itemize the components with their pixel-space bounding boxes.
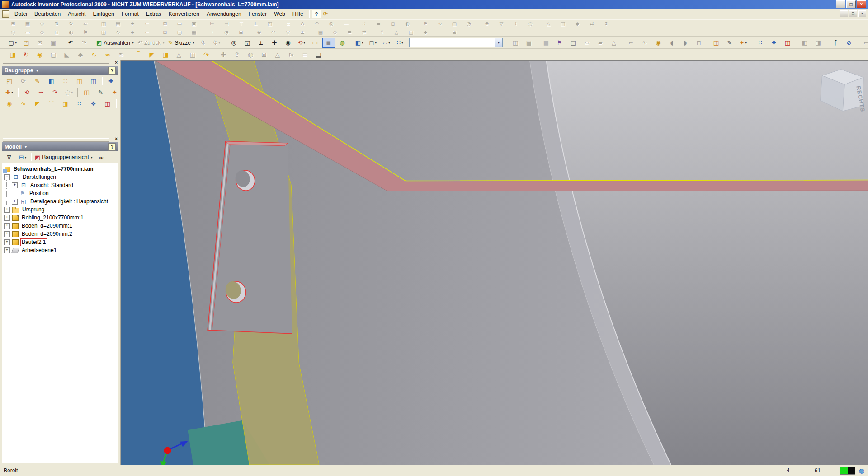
circ-pattern-assembly-button[interactable]: ❖ [87,98,100,109]
r1-t31-button[interactable]: ◔ [462,20,476,28]
r1-t11-button[interactable]: ⊠ [158,20,172,28]
sweep-assembly-button[interactable]: ∿ [17,98,30,109]
r2-t03-button[interactable]: ◇ [35,28,49,36]
corner-tool-button[interactable]: ⌐ [625,38,637,48]
split-button[interactable]: ◫ [186,50,199,60]
r1-t12-button[interactable]: ▭ [173,20,186,28]
frame-tool-button[interactable]: □ [567,38,580,48]
r2-t27-button[interactable]: □ [404,28,418,36]
menu-item-extras[interactable]: Extras [142,9,165,19]
hole-tool-button[interactable]: ◉ [652,38,665,48]
combine-button[interactable]: ◍ [244,50,257,60]
minimize-button[interactable]: – [836,0,845,8]
copy-components-button[interactable]: ◫ [87,76,100,86]
work-axis-star-button[interactable]: ✦ [108,87,121,98]
ground-shadow-button[interactable]: ◍ [336,38,349,48]
r1-t30-button[interactable]: ▢ [448,20,461,28]
pattern-component-button[interactable]: ∷ [59,76,72,86]
send-mail-button[interactable]: ✉ [33,38,46,48]
plane-c-button[interactable]: △ [608,38,620,48]
mirror-feature-button[interactable]: ◫ [781,38,794,48]
r1-t02-button[interactable]: ▦ [21,20,34,28]
work-features-dropdown-icon[interactable]: ▾ [745,41,747,45]
r1-t20-button[interactable]: A [296,20,309,28]
select-mode-button[interactable]: ◩Auswählen▾ [95,38,135,48]
delete-face-button[interactable]: ⊠ [258,50,270,60]
r1-t17-button[interactable]: ⊥ [249,20,262,28]
r2-t10-button[interactable]: ⌐ [140,28,154,36]
r1-t08-button[interactable]: ▤ [111,20,125,28]
zoom-selected-button[interactable]: ◉ [282,38,294,48]
r2-t04-button[interactable]: ◻ [50,28,63,36]
mirror-assembly-button[interactable]: ◫ [101,98,114,109]
r2-t24-button[interactable]: ⇄ [357,28,371,36]
toolbar-grip[interactable] [2,39,4,47]
tree-expander-darstellungen[interactable]: − [4,174,10,180]
analysis-button[interactable]: ⊳ [285,50,297,60]
tree-item-ursprung[interactable]: +Ursprung [3,205,118,214]
r2-t17-button[interactable]: ⊕ [252,28,266,36]
tree-expander-ansicht-standard[interactable]: + [12,182,18,188]
r1-t28-button[interactable]: ⚑ [419,20,432,28]
extrude-button[interactable]: ◨ [6,50,19,60]
menu-item-format[interactable]: Format [118,9,142,19]
component-visibility-button[interactable]: ◧▾ [353,38,366,48]
r2-t20-button[interactable]: ± [296,28,309,36]
r1-t01-button[interactable]: ⊞ [6,20,20,28]
select-set-dropdown-icon[interactable]: ▾ [71,90,73,94]
create-component-button[interactable]: ✎ [31,76,44,86]
r1-t36-button[interactable]: △ [542,20,555,28]
toolbar-grip[interactable] [2,51,4,58]
r1-t37-button[interactable]: □ [556,20,570,28]
toolbar-grip[interactable] [2,30,4,35]
tree-expander-bauteil2[interactable]: + [4,239,10,245]
new-sketch-button[interactable]: ✎ [723,38,736,48]
r1-t21-button[interactable]: ◠ [310,20,324,28]
modell-panel-handle[interactable]: × [2,138,118,142]
copy-component-button[interactable]: → [34,87,47,98]
orbit-button[interactable]: ⟲▾ [295,38,308,48]
r1-t07-button[interactable]: ◫ [97,20,110,28]
help-icon[interactable]: ? [312,10,321,18]
pattern-visibility-dropdown-icon[interactable]: ▾ [401,41,403,45]
tree-item-darstellungen[interactable]: −Darstellungen [3,173,118,181]
toolbar-grip[interactable] [2,21,4,27]
baugruppe-panel-header[interactable]: Baugruppe ▼ ? [2,66,118,75]
global-update-dropdown-icon[interactable]: ▾ [218,41,220,45]
rect-pattern-button[interactable]: ∷ [754,38,767,48]
r2-t16-button[interactable]: ⊟ [234,28,248,36]
pan-button[interactable]: ✚ [268,38,281,48]
tree-label-bauteil2[interactable]: Bauteil2:1 [20,238,47,246]
move-face-assembly-button[interactable]: ◨ [59,98,72,109]
zoom-inout-button[interactable]: ± [255,38,267,48]
grip-snap-button[interactable]: ✚ [217,50,230,60]
menu-item-web[interactable]: Web [270,9,288,19]
tree-item-rohling[interactable]: +Rohling_2100x7700mm:1 [3,214,118,222]
material-flag-button[interactable]: ⚑ [553,38,566,48]
r1-t33-button[interactable]: ▽ [495,20,508,28]
r2-t12-button[interactable]: ▢ [173,28,186,36]
r1-t16-button[interactable]: ⊤ [234,20,248,28]
r1-t19-button[interactable]: ± [281,20,295,28]
r2-t23-button[interactable]: ≡ [343,28,356,36]
r2-t11-button[interactable]: ⊠ [158,28,172,36]
tree-expander-boden-1[interactable]: + [4,223,10,229]
tree-item-schwanenhals-root[interactable]: Schwanenhals_L=7700mm.iam [3,165,118,173]
orbit-dropdown-icon[interactable]: ▾ [303,41,305,45]
coil-button[interactable]: ≈ [101,50,114,60]
cap-left-button[interactable]: ◖ [665,38,678,48]
return-dropdown-icon[interactable]: ▾ [163,41,165,45]
r1-t09-button[interactable]: + [126,20,139,28]
tree-label-ansicht-standard[interactable]: Ansicht: Standard [29,182,75,189]
fillet-button[interactable]: ⌒ [132,50,145,60]
shell-button[interactable]: ▢ [47,50,60,60]
undo-button[interactable]: ↶ [64,38,77,48]
r1-t27-button[interactable]: ◐ [401,20,414,28]
r1-t22-button[interactable]: ◎ [325,20,338,28]
tree-label-detailgenauigkeit[interactable]: Detailgenauigkeit : Hauptansicht [29,198,109,205]
tree-item-boden-2[interactable]: +Boden_d=2090mm:2 [3,230,118,238]
tree-label-darstellungen[interactable]: Darstellungen [21,174,57,181]
r1-t18-button[interactable]: ◰ [263,20,277,28]
r1-t24-button[interactable]: ∷ [357,20,371,28]
menu-item-bearbeiten[interactable]: Bearbeiten [31,9,64,19]
